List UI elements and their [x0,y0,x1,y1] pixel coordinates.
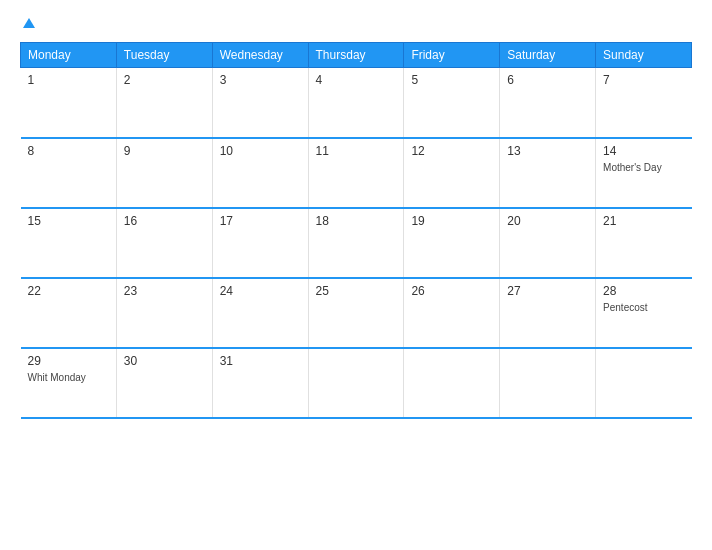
calendar-cell: 30 [116,348,212,418]
day-number: 31 [220,354,301,368]
calendar-cell: 15 [21,208,117,278]
col-tuesday: Tuesday [116,43,212,68]
day-number: 28 [603,284,684,298]
day-number: 21 [603,214,684,228]
day-number: 26 [411,284,492,298]
day-number: 20 [507,214,588,228]
calendar-cell: 2 [116,68,212,138]
calendar-cell: 16 [116,208,212,278]
day-number: 2 [124,73,205,87]
calendar-cell: 4 [308,68,404,138]
calendar-cell: 24 [212,278,308,348]
col-saturday: Saturday [500,43,596,68]
col-sunday: Sunday [596,43,692,68]
logo [20,16,35,32]
logo-triangle-icon [23,18,35,28]
calendar-table: Monday Tuesday Wednesday Thursday Friday… [20,42,692,419]
day-number: 5 [411,73,492,87]
day-number: 16 [124,214,205,228]
logo-text [20,16,35,32]
col-wednesday: Wednesday [212,43,308,68]
calendar-cell: 13 [500,138,596,208]
calendar-cell: 31 [212,348,308,418]
day-number: 15 [28,214,109,228]
calendar-cell: 6 [500,68,596,138]
day-number: 10 [220,144,301,158]
day-number: 22 [28,284,109,298]
day-number: 4 [316,73,397,87]
day-number: 23 [124,284,205,298]
day-number: 24 [220,284,301,298]
day-number: 6 [507,73,588,87]
col-thursday: Thursday [308,43,404,68]
calendar-cell: 1 [21,68,117,138]
day-number: 14 [603,144,684,158]
calendar-cell: 23 [116,278,212,348]
calendar-page: Monday Tuesday Wednesday Thursday Friday… [0,0,712,550]
calendar-cell: 26 [404,278,500,348]
calendar-cell: 11 [308,138,404,208]
calendar-cell: 29Whit Monday [21,348,117,418]
calendar-week-row: 29Whit Monday3031 [21,348,692,418]
calendar-cell: 18 [308,208,404,278]
calendar-cell: 5 [404,68,500,138]
calendar-week-row: 1234567 [21,68,692,138]
day-number: 8 [28,144,109,158]
calendar-cell: 21 [596,208,692,278]
day-number: 17 [220,214,301,228]
calendar-cell [404,348,500,418]
day-number: 27 [507,284,588,298]
day-number: 11 [316,144,397,158]
day-number: 30 [124,354,205,368]
day-number: 7 [603,73,684,87]
calendar-cell: 28Pentecost [596,278,692,348]
calendar-cell: 8 [21,138,117,208]
day-number: 13 [507,144,588,158]
day-number: 18 [316,214,397,228]
header [20,16,692,32]
calendar-cell: 17 [212,208,308,278]
day-number: 9 [124,144,205,158]
calendar-week-row: 22232425262728Pentecost [21,278,692,348]
day-event: Pentecost [603,301,684,314]
day-event: Mother's Day [603,161,684,174]
day-number: 29 [28,354,109,368]
calendar-cell: 7 [596,68,692,138]
calendar-cell: 27 [500,278,596,348]
col-friday: Friday [404,43,500,68]
calendar-cell: 9 [116,138,212,208]
calendar-cell: 20 [500,208,596,278]
day-number: 1 [28,73,109,87]
col-monday: Monday [21,43,117,68]
calendar-cell: 25 [308,278,404,348]
calendar-cell [500,348,596,418]
calendar-cell [596,348,692,418]
calendar-cell [308,348,404,418]
calendar-header-row: Monday Tuesday Wednesday Thursday Friday… [21,43,692,68]
day-number: 19 [411,214,492,228]
day-event: Whit Monday [28,371,109,384]
day-number: 12 [411,144,492,158]
calendar-cell: 10 [212,138,308,208]
day-number: 3 [220,73,301,87]
calendar-cell: 14Mother's Day [596,138,692,208]
calendar-cell: 19 [404,208,500,278]
calendar-cell: 12 [404,138,500,208]
calendar-week-row: 891011121314Mother's Day [21,138,692,208]
calendar-cell: 22 [21,278,117,348]
day-number: 25 [316,284,397,298]
calendar-cell: 3 [212,68,308,138]
calendar-week-row: 15161718192021 [21,208,692,278]
